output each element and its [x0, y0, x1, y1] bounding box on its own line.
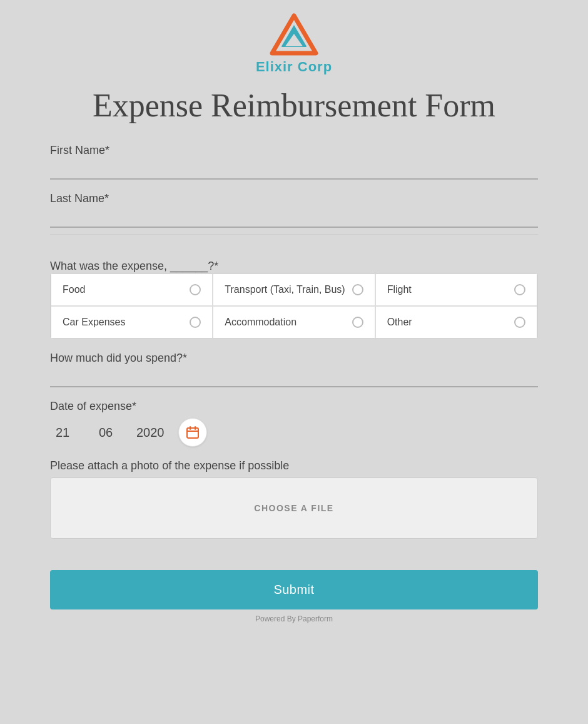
logo-text: Elixir Corp — [256, 59, 332, 75]
calendar-button[interactable] — [178, 418, 207, 447]
file-upload-box[interactable]: CHOOSE A FILE — [50, 477, 538, 539]
option-other[interactable]: Other — [375, 306, 537, 339]
expense-type-grid: Food Transport (Taxi, Train, Bus) Flight… — [50, 273, 538, 339]
expense-type-label: What was the expense, ______?* — [50, 260, 218, 272]
logo-icon — [269, 13, 319, 56]
option-food-label: Food — [63, 284, 85, 295]
option-transport-radio — [352, 284, 363, 295]
amount-input[interactable] — [50, 365, 538, 387]
file-upload-label: CHOOSE A FILE — [254, 503, 333, 513]
expense-type-section: What was the expense, ______?* Food Tran… — [50, 260, 538, 339]
option-transport[interactable]: Transport (Taxi, Train, Bus) — [213, 273, 375, 306]
option-car-expenses[interactable]: Car Expenses — [51, 306, 213, 339]
last-name-section: Last Name* — [50, 192, 538, 247]
option-car-expenses-radio — [190, 317, 201, 328]
option-food-radio — [190, 284, 201, 295]
page-title: Expense Reimbursement Form — [93, 86, 495, 125]
photo-section: Please attach a photo of the expense if … — [50, 459, 538, 539]
option-accommodation-label: Accommodation — [225, 317, 297, 328]
date-month: 06 — [93, 426, 118, 440]
powered-by-text: Powered By Paperform — [255, 614, 333, 623]
option-flight-radio — [514, 284, 525, 295]
date-day: 21 — [50, 426, 75, 440]
option-food[interactable]: Food — [51, 273, 213, 306]
option-flight-label: Flight — [387, 284, 412, 295]
submit-button[interactable]: Submit — [50, 570, 538, 609]
option-accommodation-radio — [352, 317, 363, 328]
photo-label: Please attach a photo of the expense if … — [50, 459, 289, 472]
first-name-input[interactable] — [50, 157, 538, 180]
last-name-input[interactable] — [50, 205, 538, 228]
option-other-radio — [514, 317, 525, 328]
amount-label: How much did you spend?* — [50, 352, 187, 364]
logo-container: Elixir Corp — [256, 13, 332, 75]
date-label: Date of expense* — [50, 400, 136, 412]
last-name-label: Last Name* — [50, 192, 109, 205]
date-year: 2020 — [136, 426, 165, 440]
date-row: 21 06 2020 — [50, 418, 538, 447]
divider — [50, 234, 538, 235]
date-sep2 — [126, 426, 129, 440]
option-flight[interactable]: Flight — [375, 273, 537, 306]
svg-rect-6 — [187, 428, 198, 438]
date-sep1 — [83, 426, 86, 440]
amount-section: How much did you spend?* — [50, 352, 538, 387]
first-name-section: First Name* — [50, 144, 538, 180]
option-car-expenses-label: Car Expenses — [63, 317, 126, 328]
option-accommodation[interactable]: Accommodation — [213, 306, 375, 339]
first-name-label: First Name* — [50, 144, 109, 156]
calendar-icon — [186, 426, 200, 439]
option-other-label: Other — [387, 317, 412, 328]
option-transport-label: Transport (Taxi, Train, Bus) — [225, 284, 345, 295]
date-section: Date of expense* 21 06 2020 — [50, 400, 538, 447]
